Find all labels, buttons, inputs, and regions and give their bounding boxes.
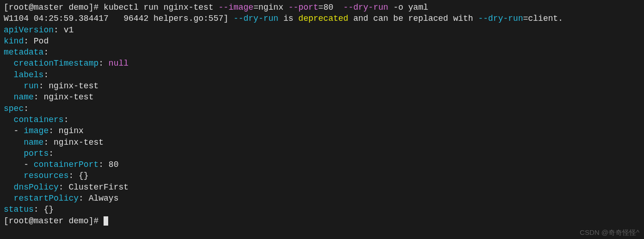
yaml-line: ports: (4, 149, 54, 158)
yaml-line: resources: {} (4, 171, 89, 180)
yaml-line: name: nginx-test (4, 92, 93, 102)
yaml-line: metadata: (4, 48, 49, 57)
yaml-line: name: nginx-test (4, 138, 104, 147)
yaml-line: kind: Pod (4, 37, 49, 46)
yaml-line: restartPolicy: Always (4, 194, 118, 203)
prompt-line-1: [root@master demo]# kubectl run nginx-te… (4, 3, 428, 12)
yaml-line: - image: nginx (4, 126, 84, 135)
yaml-line: containers: (4, 115, 68, 124)
yaml-line: run: nginx-test (4, 81, 98, 91)
yaml-line: status: {} (4, 205, 54, 214)
yaml-line: - containerPort: 80 (4, 160, 118, 169)
watermark: CSDN @奇奇怪怪^ (580, 228, 639, 237)
yaml-line: dnsPolicy: ClusterFirst (4, 183, 129, 192)
yaml-line: apiVersion: v1 (4, 25, 74, 35)
warning-line: W1104 04:25:59.384417 96442 helpers.go:5… (4, 14, 563, 23)
cursor (104, 216, 108, 226)
prompt-line-2: [root@master demo]# (4, 216, 104, 226)
yaml-line: spec: (4, 104, 29, 113)
yaml-line: creationTimestamp: null (4, 59, 129, 68)
yaml-line: labels: (4, 70, 49, 80)
terminal-output[interactable]: [root@master demo]# kubectl run nginx-te… (4, 2, 640, 227)
